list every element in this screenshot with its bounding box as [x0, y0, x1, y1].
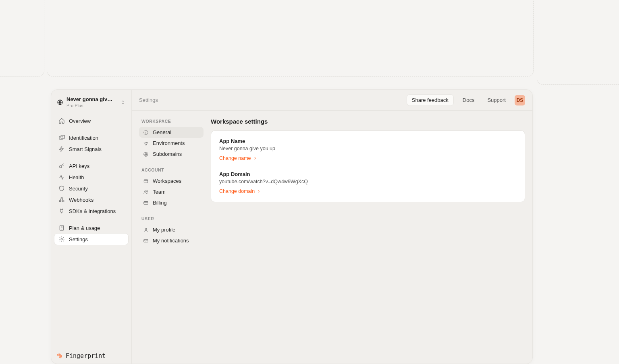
bolt-icon [58, 146, 65, 152]
sidebar-item-label: SDKs & integrations [69, 208, 116, 214]
workspace-plan: Pro Plus [66, 103, 115, 108]
settings-nav: WORKSPACE General Environments Subdomain… [139, 118, 204, 356]
receipt-icon [58, 225, 65, 231]
settings-item-notifications[interactable]: My notifications [139, 235, 204, 246]
sidebar: Never gonna give yo… Pro Plus Overview I… [51, 90, 132, 364]
sidebar-item-identification[interactable]: Identification [54, 132, 128, 143]
settings-item-label: Team [153, 189, 166, 195]
key-icon [58, 163, 65, 169]
chevron-up-down-icon [120, 99, 126, 105]
users-icon [143, 189, 149, 195]
page-title: Workspace settings [211, 118, 525, 125]
sidebar-item-label: Plan & usage [69, 225, 100, 231]
app-window: Never gonna give yo… Pro Plus Overview I… [51, 89, 533, 364]
settings-item-workspaces[interactable]: Workspaces [139, 176, 204, 186]
sidebar-item-api-keys[interactable]: API keys [54, 160, 128, 172]
webhook-icon [58, 196, 65, 203]
settings-item-label: Environments [153, 140, 185, 146]
svg-point-11 [146, 142, 148, 143]
window-icon [143, 178, 149, 184]
sidebar-item-smart-signals[interactable]: Smart Signals [54, 143, 128, 155]
brand-logo: Fingerprint [56, 352, 106, 360]
sidebar-item-plan-usage[interactable]: Plan & usage [54, 222, 128, 234]
sidebar-item-label: API keys [69, 163, 89, 169]
settings-group-workspace: WORKSPACE [139, 118, 204, 127]
svg-rect-2 [61, 135, 64, 139]
settings-item-environments[interactable]: Environments [139, 138, 204, 149]
settings-item-team[interactable]: Team [139, 186, 204, 197]
info-icon [143, 130, 149, 135]
change-domain-link[interactable]: Change domain [219, 188, 261, 194]
svg-point-3 [60, 165, 62, 168]
app-name-field: App Name Never gonna give you up Change … [219, 138, 517, 161]
sidebar-item-security[interactable]: Security [54, 183, 128, 194]
settings-item-label: Billing [153, 200, 167, 206]
sidebar-item-label: Health [69, 174, 84, 180]
support-link[interactable]: Support [483, 95, 510, 105]
settings-item-label: General [153, 129, 171, 135]
svg-rect-19 [144, 239, 148, 242]
gear-icon [58, 236, 65, 242]
sidebar-item-label: Security [69, 186, 88, 192]
workspace-settings-card: App Name Never gonna give you up Change … [211, 130, 525, 202]
user-avatar[interactable]: DS [515, 95, 525, 105]
chevron-right-icon [256, 189, 261, 194]
change-name-label: Change name [219, 155, 251, 161]
svg-rect-1 [59, 136, 63, 139]
app-name-value: Never gonna give you up [219, 146, 517, 151]
sidebar-item-overview[interactable]: Overview [54, 115, 128, 126]
sidebar-item-label: Identification [69, 135, 98, 141]
svg-point-18 [145, 228, 147, 230]
svg-rect-17 [144, 201, 148, 204]
brand-name: Fingerprint [66, 352, 106, 360]
breadcrumb: Settings [139, 97, 158, 103]
sidebar-item-settings[interactable]: Settings [54, 234, 128, 245]
bg-ghost-card [0, 0, 44, 77]
workspace-switcher[interactable]: Never gonna give yo… Pro Plus [54, 92, 128, 113]
settings-item-label: My profile [153, 227, 175, 233]
stack-icon [143, 141, 149, 146]
shield-icon [58, 185, 65, 192]
user-icon [143, 227, 149, 233]
sidebar-item-label: Smart Signals [69, 146, 102, 152]
plug-icon [58, 208, 65, 214]
workspace-name: Never gonna give yo… [66, 96, 115, 102]
svg-point-8 [61, 238, 62, 240]
bg-ghost-card [537, 0, 619, 85]
share-feedback-button[interactable]: Share feedback [407, 94, 454, 106]
content-area: Workspace settings App Name Never gonna … [211, 118, 525, 356]
settings-item-billing[interactable]: Billing [139, 197, 204, 208]
bg-ghost-card [47, 0, 534, 77]
change-name-link[interactable]: Change name [219, 155, 258, 161]
svg-point-5 [62, 200, 64, 202]
card-icon [143, 200, 149, 206]
settings-item-label: Subdomains [153, 151, 182, 157]
app-domain-label: App Domain [219, 171, 517, 177]
change-domain-label: Change domain [219, 188, 255, 194]
svg-point-4 [59, 200, 61, 202]
svg-point-10 [144, 142, 145, 143]
settings-item-general[interactable]: General [139, 127, 204, 138]
main-area: Settings Share feedback Docs Support DS … [132, 90, 532, 364]
svg-point-12 [145, 144, 147, 145]
identification-icon [58, 134, 65, 141]
svg-point-16 [146, 190, 147, 192]
sidebar-item-health[interactable]: Health [54, 172, 128, 183]
sidebar-item-label: Settings [69, 236, 88, 242]
settings-item-label: Workspaces [153, 178, 181, 184]
settings-group-user: USER [139, 215, 204, 224]
mail-icon [143, 238, 149, 244]
topbar: Settings Share feedback Docs Support DS [132, 90, 532, 111]
sidebar-item-sdks[interactable]: SDKs & integrations [54, 205, 128, 217]
settings-item-profile[interactable]: My profile [139, 224, 204, 235]
settings-item-subdomains[interactable]: Subdomains [139, 149, 204, 159]
docs-link[interactable]: Docs [459, 95, 479, 105]
app-domain-value: youtube.com/watch?v=dQw4w9WgXcQ [219, 179, 517, 184]
chevron-right-icon [253, 156, 258, 161]
svg-point-15 [145, 190, 146, 192]
svg-rect-14 [144, 179, 147, 182]
settings-group-account: ACCOUNT [139, 167, 204, 176]
app-domain-field: App Domain youtube.com/watch?v=dQw4w9WgX… [219, 171, 517, 194]
sidebar-item-webhooks[interactable]: Webhooks [54, 194, 128, 205]
home-icon [58, 118, 65, 124]
